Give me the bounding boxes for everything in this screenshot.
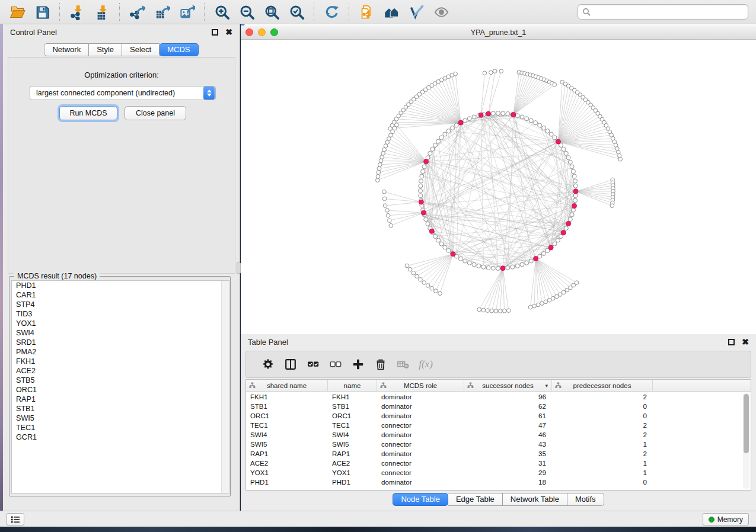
close-table-panel-icon[interactable]: ✖ — [742, 339, 749, 345]
criterion-select[interactable]: largest connected component (undirected) — [30, 86, 216, 100]
function-builder-icon: f(x) — [419, 358, 433, 370]
deselect-all-button[interactable] — [324, 354, 347, 375]
table-row[interactable]: SWI4SWI4dominator462 — [246, 430, 751, 439]
result-node-item[interactable]: SWI5 — [12, 414, 229, 423]
clone-network-button[interactable] — [354, 2, 379, 22]
table-row[interactable]: ORC1ORC1dominator610 — [246, 411, 751, 420]
zoom-out-icon — [239, 4, 255, 20]
open-file-button[interactable] — [5, 2, 30, 22]
tab-style[interactable]: Style — [89, 43, 122, 56]
run-mcds-button[interactable]: Run MCDS — [59, 106, 117, 120]
columns-button[interactable] — [279, 354, 302, 375]
zoom-selected-button[interactable] — [284, 2, 309, 22]
result-node-item[interactable]: ORC1 — [12, 385, 229, 395]
table-row[interactable]: STB1STB1dominator620 — [246, 401, 751, 411]
first-neighbors-button[interactable] — [379, 2, 404, 22]
import-network-icon — [69, 4, 85, 20]
table-row[interactable]: SWI5SWI5connector431 — [246, 439, 751, 448]
result-node-item[interactable]: GCR1 — [12, 432, 229, 442]
task-history-button[interactable] — [7, 513, 24, 525]
zoom-out-button[interactable] — [234, 2, 259, 22]
cell: ORC1 — [246, 412, 328, 419]
table-scrollbar-thumb[interactable] — [744, 394, 749, 453]
cell: 2 — [552, 421, 653, 429]
import-table-button[interactable] — [90, 2, 114, 22]
close-panel-button[interactable]: Close panel — [125, 106, 186, 120]
delete-column-button[interactable] — [369, 354, 392, 375]
result-node-item[interactable]: SWI4 — [12, 328, 229, 338]
table-scrollbar[interactable] — [743, 393, 749, 489]
zoom-in-button[interactable] — [209, 2, 234, 22]
search-input[interactable] — [591, 8, 748, 16]
result-node-item[interactable]: CAR1 — [12, 290, 229, 300]
sort-chevron-icon[interactable]: ▾ — [545, 383, 548, 389]
tab-node-table[interactable]: Node Table — [393, 493, 448, 506]
tab-network[interactable]: Network — [44, 43, 89, 56]
result-node-item[interactable]: RAP1 — [12, 395, 229, 404]
export-network-button[interactable] — [125, 2, 149, 22]
graphics-details-button[interactable] — [404, 2, 429, 22]
tab-select[interactable]: Select — [122, 43, 160, 56]
network-canvas[interactable] — [241, 40, 756, 334]
float-table-panel-icon[interactable] — [728, 339, 735, 345]
table-panel-titlebar: Table Panel ✖ — [241, 334, 756, 350]
clone-network-icon — [359, 4, 375, 20]
table-row[interactable]: YOX1YOX1connector291 — [246, 467, 751, 477]
tab-motifs[interactable]: Motifs — [567, 493, 604, 506]
column-header-name[interactable]: name — [328, 380, 377, 391]
result-node-item[interactable]: TEC1 — [12, 423, 229, 432]
refresh-button[interactable] — [319, 2, 344, 22]
status-bar: Memory — [0, 511, 756, 527]
result-node-item[interactable]: TID3 — [12, 309, 229, 319]
network-graph[interactable] — [241, 40, 756, 334]
result-node-item[interactable]: SRD1 — [12, 338, 229, 347]
tab-edge-table[interactable]: Edge Table — [448, 493, 503, 506]
desktop-wallpaper-bottom — [0, 527, 756, 532]
cell: ACE2 — [246, 459, 328, 467]
table-row[interactable]: ACE2ACE2connector311 — [246, 458, 751, 467]
eye-button[interactable] — [429, 2, 454, 22]
save-session-button[interactable] — [30, 2, 55, 22]
cell: dominator — [377, 431, 464, 438]
column-header-predecessor-nodes[interactable]: predecessor nodes — [552, 380, 653, 391]
export-image-button[interactable] — [174, 2, 199, 22]
table-row[interactable]: PHD1PHD1dominator180 — [246, 477, 751, 486]
gear-button[interactable] — [257, 354, 279, 375]
mcds-result-list[interactable]: PHD1CAR1STP4TID3YOX1SWI4SRD1PMA2FKH1ACE2… — [11, 280, 229, 493]
columns-icon — [284, 358, 297, 371]
memory-button[interactable]: Memory — [703, 513, 749, 525]
result-node-item[interactable]: FKH1 — [12, 357, 229, 366]
export-table-button[interactable] — [149, 2, 174, 22]
column-type-icon — [249, 382, 256, 389]
network-view-panel: YPA_prune.txt_1 — [241, 24, 756, 334]
zoom-fit-button[interactable] — [259, 2, 284, 22]
result-node-item[interactable]: STB5 — [12, 376, 229, 385]
search-input-wrap[interactable] — [578, 4, 748, 20]
result-node-item[interactable]: YOX1 — [12, 319, 229, 328]
table-row[interactable]: TEC1TEC1connector472 — [246, 420, 751, 430]
column-type-icon — [380, 382, 387, 389]
table-row[interactable]: FKH1FKH1dominator962 — [246, 392, 751, 401]
panel-splitter-handle[interactable] — [237, 262, 241, 274]
tab-mcds[interactable]: MCDS — [160, 43, 198, 56]
float-panel-icon[interactable] — [212, 29, 218, 36]
close-panel-icon[interactable]: ✖ — [225, 29, 232, 36]
network-window-titlebar[interactable]: YPA_prune.txt_1 — [241, 25, 756, 40]
cell: dominator — [377, 450, 464, 457]
result-scrollbar[interactable] — [221, 281, 229, 493]
result-node-item[interactable]: PHD1 — [12, 281, 229, 290]
mcds-result-title: MCDS result (17 nodes) — [14, 272, 100, 280]
add-column-button[interactable] — [347, 354, 369, 375]
result-node-item[interactable]: ACE2 — [12, 366, 229, 376]
main-toolbar — [0, 0, 756, 24]
table-row[interactable]: RAP1RAP1dominator352 — [246, 448, 751, 458]
import-network-button[interactable] — [65, 2, 90, 22]
column-header-shared-name[interactable]: shared name — [246, 380, 328, 391]
result-node-item[interactable]: STB1 — [12, 404, 229, 414]
result-node-item[interactable]: STP4 — [12, 300, 229, 309]
tab-network-table[interactable]: Network Table — [503, 493, 567, 506]
column-header-MCDS-role[interactable]: MCDS role — [377, 380, 464, 391]
result-node-item[interactable]: PMA2 — [12, 347, 229, 357]
select-all-button[interactable] — [302, 354, 324, 375]
column-header-successor-nodes[interactable]: successor nodes▾ — [464, 380, 552, 391]
